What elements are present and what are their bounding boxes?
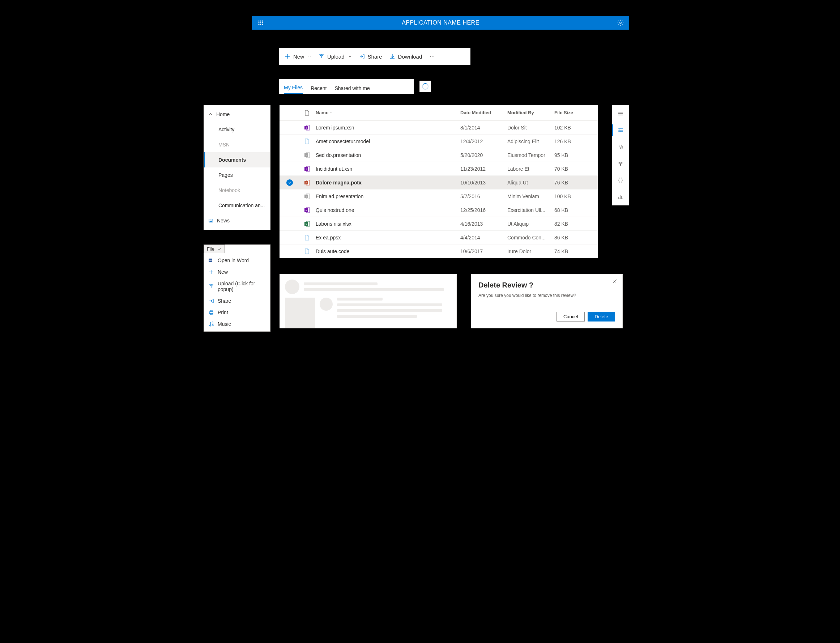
file-type-icon: I bbox=[300, 194, 314, 199]
file-type-icon: X bbox=[300, 221, 314, 227]
view-tabs: My Files Recent Shared with me bbox=[279, 79, 414, 94]
nav-item-activity[interactable]: Activity bbox=[204, 122, 270, 137]
file-size: 86 KB bbox=[555, 235, 598, 240]
menu-item-label: Music bbox=[218, 321, 231, 327]
nav-item-pages[interactable]: Pages bbox=[204, 167, 270, 183]
nav-item-label: MSN bbox=[219, 142, 230, 148]
tab-shared-with-me[interactable]: Shared with me bbox=[334, 82, 370, 94]
nav-news-label: News bbox=[217, 218, 230, 224]
new-label: New bbox=[293, 54, 304, 60]
dialog-close-icon[interactable] bbox=[612, 279, 618, 285]
nav-item-label: Communication an... bbox=[219, 202, 265, 208]
download-button[interactable]: Download bbox=[386, 48, 426, 65]
new-button[interactable]: New bbox=[281, 48, 315, 65]
menu-item-new[interactable]: New bbox=[204, 266, 270, 278]
waffle-icon[interactable] bbox=[252, 20, 269, 26]
file-row[interactable]: Ex ea.ppsx4/4/2014Commodo Con...86 KB bbox=[279, 231, 598, 245]
file-menu-label: File bbox=[207, 246, 214, 252]
file-row[interactable]: XLaboris nisi.xlsx4/16/2013Ut Aliquip82 … bbox=[279, 217, 598, 231]
share-icon bbox=[208, 298, 214, 304]
svg-point-61 bbox=[620, 165, 621, 166]
menu-item-music[interactable]: Music bbox=[204, 318, 270, 330]
file-date: 4/16/2013 bbox=[460, 221, 507, 227]
nav-home[interactable]: Home bbox=[204, 107, 270, 122]
file-row[interactable]: IEnim ad.presentation5/7/2016Minim Venia… bbox=[279, 189, 598, 203]
svg-point-4 bbox=[260, 22, 261, 23]
file-row[interactable]: Amet consectetur.model12/4/2012Adipiscin… bbox=[279, 134, 598, 148]
left-navigation: Home ActivityMSNDocumentsPagesNotebookCo… bbox=[204, 105, 271, 230]
nav-item-documents[interactable]: Documents bbox=[204, 152, 270, 167]
menu-item-share[interactable]: Share bbox=[204, 295, 270, 307]
menu-item-upload-click-for-popup-[interactable]: Upload (Click for popup) bbox=[204, 278, 270, 295]
file-row[interactable]: IIncididunt ut.xsn11/23/2012Labore Et70 … bbox=[279, 162, 598, 176]
column-date-header[interactable]: Date Modified bbox=[460, 110, 507, 115]
file-name: Sed do.presentation bbox=[314, 152, 460, 158]
file-row[interactable]: PDolore magna.potx10/10/2013Aliqua Ut76 … bbox=[279, 176, 598, 189]
file-name: Duis aute.code bbox=[314, 248, 460, 254]
share-button[interactable]: Share bbox=[356, 48, 386, 65]
rail-stethoscope-icon[interactable] bbox=[615, 141, 626, 153]
file-type-icon: I bbox=[300, 152, 314, 158]
file-modified-by: Minim Veniam bbox=[507, 194, 555, 199]
news-icon bbox=[208, 218, 213, 223]
file-modified-by: Commodo Con... bbox=[507, 235, 555, 240]
file-modified-by: Exercitation Ull... bbox=[507, 207, 555, 213]
svg-point-60 bbox=[622, 147, 623, 148]
tab-recent[interactable]: Recent bbox=[311, 82, 326, 94]
column-name-header[interactable]: Name↑ bbox=[314, 110, 460, 115]
rail-chart-icon[interactable] bbox=[615, 191, 626, 202]
rail-list-icon[interactable] bbox=[612, 124, 629, 136]
menu-item-label: Upload (Click for popup) bbox=[218, 281, 266, 292]
settings-gear-icon[interactable] bbox=[612, 20, 629, 26]
file-date: 10/10/2013 bbox=[460, 180, 507, 186]
rail-menu-icon[interactable] bbox=[615, 108, 626, 119]
svg-text:W: W bbox=[209, 259, 212, 262]
file-list: Name↑ Date Modified Modified By File Siz… bbox=[279, 105, 598, 258]
svg-point-3 bbox=[258, 22, 259, 23]
file-size: 68 KB bbox=[555, 207, 598, 213]
svg-point-54 bbox=[619, 128, 620, 129]
svg-point-8 bbox=[262, 24, 263, 25]
nav-item-notebook[interactable]: Notebook bbox=[204, 183, 270, 198]
check-icon[interactable] bbox=[286, 180, 293, 186]
svg-text:P: P bbox=[305, 181, 307, 184]
file-row[interactable]: ISed do.presentation5/20/2020Eiusmod Tem… bbox=[279, 148, 598, 162]
file-list-header: Name↑ Date Modified Modified By File Siz… bbox=[279, 105, 598, 121]
menu-item-print[interactable]: Print bbox=[204, 307, 270, 318]
file-type-icon: I bbox=[300, 166, 314, 172]
svg-point-16 bbox=[430, 56, 431, 57]
file-size: 82 KB bbox=[555, 221, 598, 227]
file-date: 11/23/2012 bbox=[460, 166, 507, 172]
column-size-header[interactable]: File Size bbox=[555, 110, 598, 115]
nav-item-msn[interactable]: MSN bbox=[204, 137, 270, 152]
file-modified-by: Aliqua Ut bbox=[507, 180, 555, 186]
file-row[interactable]: Duis aute.code10/6/2017Irure Dolor74 KB bbox=[279, 245, 598, 258]
music-icon bbox=[208, 321, 214, 327]
menu-item-label: Share bbox=[218, 298, 231, 304]
tab-my-files[interactable]: My Files bbox=[284, 81, 303, 94]
overflow-button[interactable] bbox=[426, 48, 439, 65]
dialog-cancel-button[interactable]: Cancel bbox=[556, 312, 585, 322]
svg-point-9 bbox=[620, 22, 621, 24]
nav-item-label: Activity bbox=[219, 127, 234, 132]
dialog-delete-button[interactable]: Delete bbox=[587, 312, 615, 322]
file-modified-by: Adipiscing Elit bbox=[507, 139, 555, 144]
menu-item-open-in-word[interactable]: WOpen in Word bbox=[204, 255, 270, 266]
dialog-body: Are you sure you would like to remove th… bbox=[478, 293, 615, 312]
shimmer-avatar bbox=[285, 279, 299, 294]
spinner-icon bbox=[422, 83, 429, 90]
file-modified-by: Irure Dolor bbox=[507, 248, 555, 254]
file-menu-trigger[interactable]: File bbox=[204, 245, 225, 253]
upload-button[interactable]: Upload bbox=[315, 48, 356, 65]
rail-broadcast-icon[interactable] bbox=[615, 158, 626, 169]
shimmer-image bbox=[285, 298, 315, 328]
file-row[interactable]: ILorem ipsum.xsn8/1/2014Dolor Sit102 KB bbox=[279, 121, 598, 134]
file-row[interactable]: NQuis nostrud.one12/25/2016Exercitation … bbox=[279, 203, 598, 217]
file-size: 126 KB bbox=[555, 139, 598, 144]
nav-home-label: Home bbox=[216, 111, 230, 117]
nav-item-communication-an-[interactable]: Communication an... bbox=[204, 198, 270, 213]
column-modifiedby-header[interactable]: Modified By bbox=[507, 110, 555, 115]
nav-news[interactable]: News bbox=[204, 213, 270, 228]
svg-point-56 bbox=[619, 130, 620, 131]
rail-braces-icon[interactable] bbox=[615, 174, 626, 186]
